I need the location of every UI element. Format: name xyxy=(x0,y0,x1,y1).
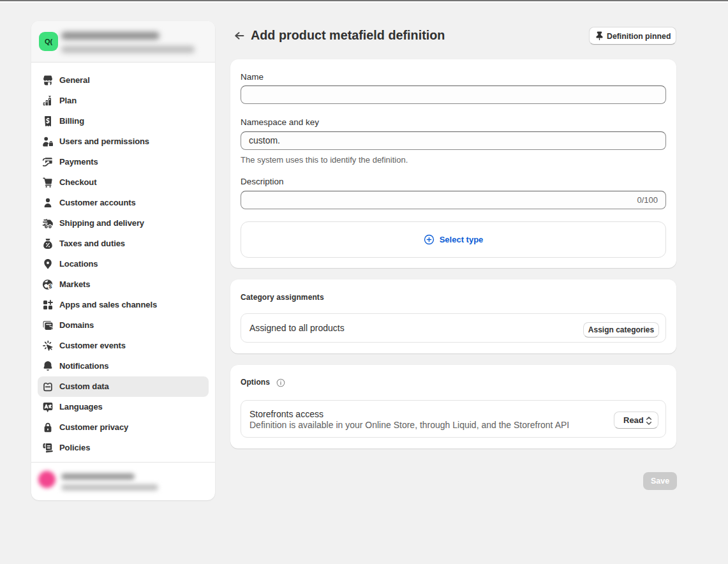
svg-text:$: $ xyxy=(48,283,52,290)
